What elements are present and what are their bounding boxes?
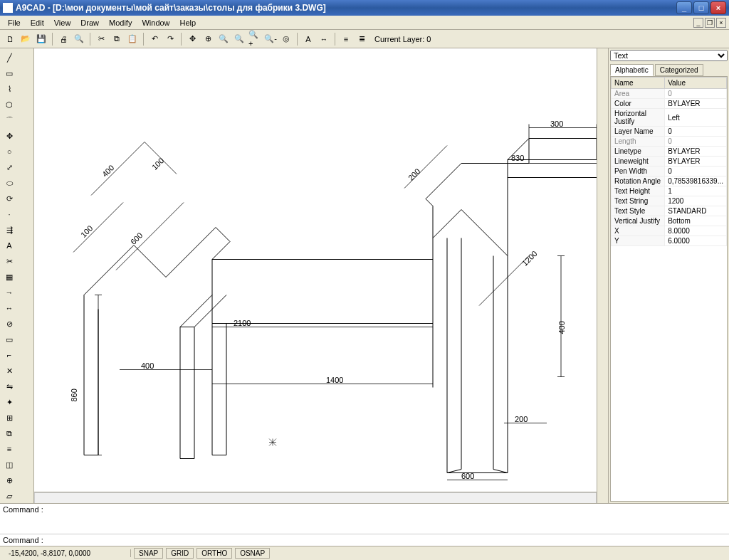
- property-row[interactable]: Layer Name0: [612, 127, 727, 137]
- text-style-icon[interactable]: A: [301, 32, 315, 46]
- horizontal-scrollbar[interactable]: [34, 492, 597, 503]
- extend-icon[interactable]: →: [2, 285, 16, 300]
- zoom-previous-icon[interactable]: 🔍: [232, 32, 246, 46]
- insert-icon[interactable]: ⊕: [2, 473, 16, 487]
- print-icon[interactable]: 🖨: [56, 32, 70, 46]
- erase-icon[interactable]: ✕: [2, 364, 16, 378]
- block-icon[interactable]: ◫: [2, 458, 16, 472]
- menu-help[interactable]: Help: [175, 17, 201, 28]
- linetype-icon[interactable]: ≣: [355, 32, 369, 46]
- property-value[interactable]: 1200: [665, 196, 727, 206]
- minimize-button[interactable]: _: [676, 1, 692, 14]
- property-value[interactable]: Left: [665, 109, 727, 127]
- osnap-toggle[interactable]: OSNAP: [235, 548, 270, 559]
- scale-icon[interactable]: ⤢: [2, 160, 16, 174]
- property-row[interactable]: Pen Width0: [612, 167, 727, 176]
- property-value[interactable]: 0: [665, 167, 727, 176]
- open-icon[interactable]: 📂: [19, 32, 33, 46]
- rectangle-icon[interactable]: ▭: [2, 66, 16, 80]
- tab-categorized[interactable]: Categorized: [655, 64, 703, 76]
- zoom-all-icon[interactable]: ◎: [279, 32, 293, 46]
- move-icon[interactable]: ✥: [2, 129, 16, 143]
- property-value[interactable]: 0: [665, 89, 727, 99]
- property-row[interactable]: LineweightBYLAYER: [612, 157, 727, 167]
- property-row[interactable]: LinetypeBYLAYER: [612, 147, 727, 157]
- hatch-icon[interactable]: ▦: [2, 270, 16, 284]
- property-row[interactable]: Y6.0000: [612, 236, 727, 246]
- property-row[interactable]: Horizontal JustifyLeft: [612, 109, 727, 127]
- tab-alphabetic[interactable]: Alphabetic: [610, 64, 654, 76]
- trim-icon[interactable]: ✂: [2, 254, 16, 268]
- break-icon[interactable]: ⊘: [2, 317, 16, 331]
- property-value[interactable]: 0,78539816339...: [665, 176, 727, 186]
- select-icon[interactable]: ▭: [2, 332, 16, 347]
- vertical-scrollbar[interactable]: [597, 48, 608, 503]
- mdi-minimize[interactable]: _: [693, 18, 703, 28]
- property-row[interactable]: Text String1200: [612, 196, 727, 206]
- mdi-restore[interactable]: ❐: [705, 18, 715, 28]
- property-row[interactable]: Area0: [612, 89, 727, 99]
- explode-icon[interactable]: ✦: [2, 395, 16, 409]
- menu-modify[interactable]: Modify: [104, 17, 137, 28]
- property-row[interactable]: Length0: [612, 137, 727, 147]
- property-value[interactable]: 0: [665, 137, 727, 147]
- property-value[interactable]: 8.0000: [665, 226, 727, 236]
- pan-icon[interactable]: ✥: [185, 32, 199, 46]
- ortho-toggle[interactable]: ORTHO: [196, 548, 232, 559]
- menu-file[interactable]: File: [3, 17, 26, 28]
- zoom-out-icon[interactable]: 🔍-: [263, 32, 278, 46]
- property-value[interactable]: BYLAYER: [665, 157, 727, 167]
- close-button[interactable]: ×: [710, 1, 726, 14]
- zoom-in-icon[interactable]: 🔍+: [248, 32, 262, 46]
- ellipse-icon[interactable]: ⬭: [2, 176, 16, 190]
- paste-icon[interactable]: 📋: [125, 32, 140, 46]
- grid-toggle[interactable]: GRID: [166, 548, 194, 559]
- text-icon[interactable]: A: [2, 238, 16, 253]
- snap-toggle[interactable]: SNAP: [134, 548, 163, 559]
- property-row[interactable]: Rotation Angle0,78539816339...: [612, 176, 727, 186]
- circle-icon[interactable]: ○: [2, 144, 16, 159]
- undo-icon[interactable]: ↶: [147, 32, 162, 46]
- object-type-select[interactable]: Text: [610, 50, 728, 61]
- property-row[interactable]: Text Height1: [612, 186, 727, 196]
- polygon-icon[interactable]: ⬡: [2, 97, 16, 112]
- divide-icon[interactable]: ≡: [2, 442, 16, 456]
- property-row[interactable]: Vertical JustifyBottom: [612, 216, 727, 226]
- menu-draw[interactable]: Draw: [75, 17, 104, 28]
- drawing-canvas[interactable]: 300 830 400 100 100 600 200 1200 2100 40…: [34, 48, 597, 492]
- menu-edit[interactable]: Edit: [26, 17, 49, 28]
- array-icon[interactable]: ⊞: [2, 411, 16, 425]
- preview-icon[interactable]: 🔍: [72, 32, 86, 46]
- maximize-button[interactable]: □: [693, 1, 709, 14]
- property-row[interactable]: ColorBYLAYER: [612, 99, 727, 109]
- save-icon[interactable]: 💾: [34, 32, 48, 46]
- property-value[interactable]: STANDARD: [665, 206, 727, 216]
- offset-icon[interactable]: ⇶: [2, 223, 16, 237]
- copy-icon[interactable]: ⧉: [110, 32, 124, 46]
- dim-style-icon[interactable]: ↔: [317, 32, 331, 46]
- property-value[interactable]: 0: [665, 127, 727, 137]
- property-row[interactable]: Text StyleSTANDARD: [612, 206, 727, 216]
- property-value[interactable]: 1: [665, 186, 727, 196]
- arc-icon[interactable]: ⌒: [2, 113, 16, 127]
- zoom-window-icon[interactable]: 🔍: [216, 32, 231, 46]
- point-icon[interactable]: ·: [2, 207, 16, 221]
- polyline-icon[interactable]: ⌇: [2, 82, 16, 96]
- property-value[interactable]: BYLAYER: [665, 99, 727, 109]
- area-icon[interactable]: ▱: [2, 489, 16, 503]
- line-icon[interactable]: ╱: [2, 51, 16, 65]
- property-value[interactable]: Bottom: [665, 216, 727, 226]
- new-icon[interactable]: 🗋: [3, 32, 17, 46]
- redo-icon[interactable]: ↷: [163, 32, 177, 46]
- mdi-close[interactable]: ×: [716, 18, 726, 28]
- mirror-icon[interactable]: ⇋: [2, 379, 16, 393]
- menu-window[interactable]: Window: [137, 17, 174, 28]
- menu-view[interactable]: View: [49, 17, 76, 28]
- rotate-icon[interactable]: ⟳: [2, 191, 16, 206]
- fillet-icon[interactable]: ⌐: [2, 348, 16, 362]
- property-row[interactable]: X8.0000: [612, 226, 727, 236]
- dimension-icon[interactable]: ↔: [2, 301, 16, 315]
- cut-icon[interactable]: ✂: [94, 32, 108, 46]
- property-value[interactable]: 6.0000: [665, 236, 727, 246]
- copy-obj-icon[interactable]: ⧉: [2, 426, 16, 440]
